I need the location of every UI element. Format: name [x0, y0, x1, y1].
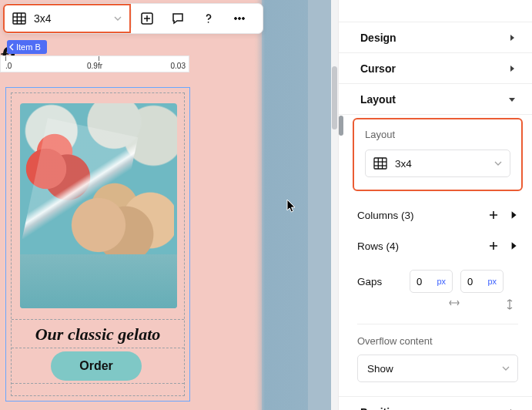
selected-grid-item[interactable]: Our classic gelato Order [5, 87, 190, 402]
section-position-label: Position [360, 406, 403, 411]
chevron-down-icon [502, 365, 510, 372]
overflow-label: Overflow content [357, 335, 518, 347]
product-image[interactable] [20, 103, 177, 308]
add-row-button[interactable] [489, 241, 498, 250]
gap-horizontal-unit[interactable]: px [437, 277, 446, 286]
layout-dropdown[interactable]: 3x4 [365, 150, 510, 177]
svg-rect-0 [13, 13, 25, 24]
section-design[interactable]: Design [339, 22, 532, 52]
svg-point-8 [208, 22, 209, 23]
panel-scrollbar[interactable] [339, 0, 343, 410]
rows-row: Rows (4) [357, 233, 518, 259]
grid-size-dropdown[interactable]: 3x4 [3, 4, 131, 33]
inspector-panel: Design Cursor Layout Layout [338, 0, 532, 410]
section-layout-label: Layout [360, 93, 396, 106]
canvas-scrollbar-thumb[interactable] [332, 66, 337, 129]
order-button[interactable]: Order [51, 351, 142, 381]
comment-button[interactable] [162, 4, 193, 33]
layout-dropdown-value: 3x4 [395, 158, 412, 170]
help-button[interactable] [193, 4, 224, 33]
vertical-arrows-icon [506, 299, 514, 310]
canvas-scrollbar[interactable] [331, 0, 338, 410]
rows-label: Rows (4) [357, 240, 399, 252]
mouse-cursor-icon [286, 199, 297, 213]
selection-breadcrumb[interactable]: Item B [7, 40, 47, 54]
product-title[interactable]: Our classic gelato [6, 324, 189, 344]
panel-scrollbar-thumb[interactable] [339, 116, 343, 136]
grid-icon [373, 157, 387, 170]
svg-rect-12 [374, 158, 386, 169]
canvas-bg-edge [254, 0, 308, 410]
add-column-button[interactable] [489, 210, 498, 220]
ruler-tick-2: 0.03 [171, 62, 186, 70]
gap-direction-icons [357, 299, 514, 310]
section-layout[interactable]: Layout [339, 83, 532, 114]
more-button[interactable] [224, 4, 255, 33]
columns-row: Columns (3) [357, 202, 518, 228]
chevron-right-icon [509, 65, 515, 72]
layout-tool-button[interactable] [132, 4, 162, 33]
svg-point-11 [243, 18, 245, 20]
expand-rows-button[interactable] [509, 241, 518, 250]
canvas[interactable]: fi 3x4 [0, 0, 338, 410]
breadcrumb-label: Item B [16, 42, 41, 52]
gap-horizontal-input[interactable]: 0 px [410, 270, 453, 293]
layout-card-highlight: Layout 3x4 [353, 118, 523, 191]
gap-horizontal-value: 0 [417, 276, 422, 287]
expand-columns-button[interactable] [509, 210, 518, 220]
section-position[interactable]: Position [339, 396, 532, 410]
overflow-block: Overflow content Show [357, 324, 518, 382]
grid-icon [12, 12, 26, 25]
column-ruler[interactable]: .0 0.9fr 0.03 [0, 55, 189, 72]
columns-label: Columns (3) [357, 210, 414, 221]
chevron-down-icon [114, 15, 122, 22]
chevron-down-icon [508, 96, 516, 102]
layout-label: Layout [365, 129, 510, 140]
horizontal-arrows-icon [449, 299, 460, 310]
gaps-row: Gaps 0 px 0 px [357, 270, 518, 293]
gap-vertical-input[interactable]: 0 px [460, 270, 504, 293]
section-design-label: Design [360, 32, 396, 44]
section-cursor-label: Cursor [360, 62, 396, 75]
svg-point-9 [235, 18, 237, 20]
overflow-value: Show [367, 363, 393, 375]
section-cursor[interactable]: Cursor [339, 52, 532, 83]
svg-point-10 [239, 18, 241, 20]
ruler-tick-0: .0 [5, 62, 12, 70]
gap-vertical-value: 0 [467, 276, 473, 287]
layout-section-body: Layout 3x4 Columns (3) [339, 114, 532, 396]
chevron-down-icon [494, 160, 502, 167]
ruler-tick-1: 0.9fr [87, 62, 102, 70]
overflow-dropdown[interactable]: Show [357, 355, 518, 382]
floating-toolbar: 3x4 [3, 3, 263, 34]
chevron-right-icon [509, 34, 515, 42]
gaps-label: Gaps [357, 276, 402, 287]
order-button-label: Order [79, 359, 113, 373]
grid-size-value: 3x4 [34, 12, 52, 25]
gap-vertical-unit[interactable]: px [487, 277, 497, 286]
